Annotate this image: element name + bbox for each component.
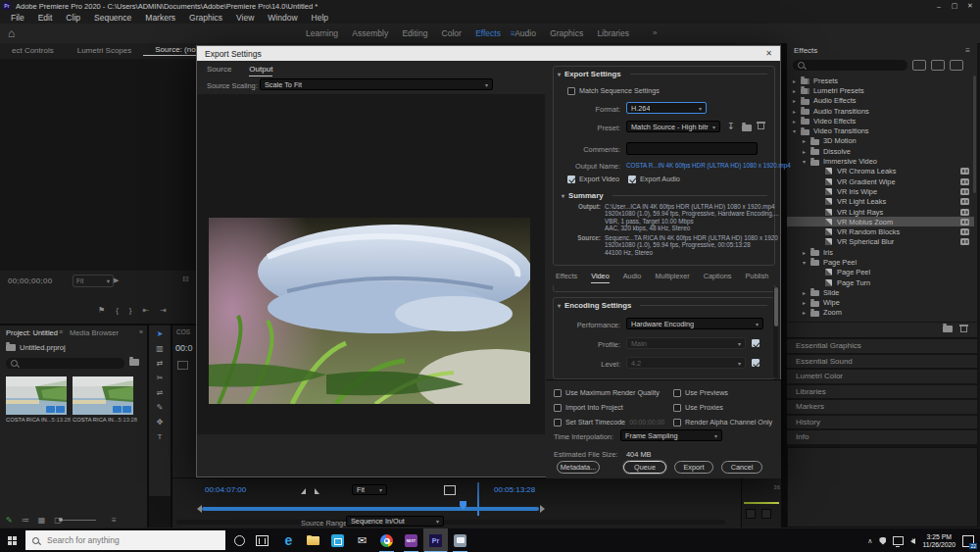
ripple-edit-tool[interactable]: ⇄ bbox=[157, 359, 164, 368]
option-checkbox[interactable]: Use Previews bbox=[673, 385, 776, 400]
export-settings-header[interactable]: ▾Export Settings bbox=[558, 70, 767, 78]
cortana-icon[interactable] bbox=[234, 535, 245, 546]
effects-tree-item[interactable]: ▸ Slide bbox=[787, 287, 974, 297]
settings-tab[interactable]: Multiplexer bbox=[655, 272, 689, 283]
twirl-arrow-icon[interactable]: ▸ bbox=[793, 108, 801, 115]
go-to-in-icon[interactable]: ⇤ bbox=[143, 306, 150, 315]
menu-item[interactable]: Clip bbox=[59, 13, 87, 23]
effects-tree-item[interactable]: ▸ Video Effects bbox=[787, 116, 974, 125]
monitor-play-icon[interactable]: ▶ bbox=[114, 276, 119, 284]
comments-input[interactable] bbox=[626, 142, 758, 155]
action-center-icon[interactable]: 22 bbox=[962, 535, 974, 547]
timeline-tab[interactable]: COS bbox=[176, 328, 196, 335]
workspace-tab[interactable]: Assembly bbox=[352, 28, 388, 38]
filter-accelerated-icon[interactable] bbox=[912, 60, 926, 71]
home-icon[interactable]: ⌂ bbox=[8, 26, 15, 40]
settings-scrollbar[interactable] bbox=[773, 287, 778, 377]
selection-tool[interactable]: ➤ bbox=[157, 329, 164, 338]
delete-preset-icon[interactable] bbox=[758, 122, 764, 129]
go-to-out-icon[interactable]: ⇥ bbox=[160, 306, 167, 315]
collapsed-panel-tab[interactable]: Essential Sound bbox=[787, 355, 977, 369]
cancel-button[interactable]: Cancel bbox=[721, 461, 762, 474]
thumbnail-zoom-slider[interactable] bbox=[59, 520, 96, 521]
effects-tree-item[interactable]: ▸ Zoom bbox=[787, 308, 974, 318]
menu-item[interactable]: Graphics bbox=[182, 13, 229, 23]
mail-icon[interactable] bbox=[350, 528, 374, 552]
twirl-arrow-icon[interactable]: ▾ bbox=[793, 127, 801, 134]
twirl-arrow-icon[interactable]: ▾ bbox=[803, 259, 810, 266]
set-in-point-icon[interactable] bbox=[301, 488, 306, 494]
option-checkbox[interactable]: Import Into Project bbox=[554, 400, 673, 415]
menu-item[interactable]: View bbox=[229, 13, 261, 23]
panel-overflow-icon[interactable]: » bbox=[139, 328, 143, 335]
effects-tree-item[interactable]: ▸ Wipe bbox=[787, 298, 974, 308]
twirl-arrow-icon[interactable]: ▸ bbox=[803, 137, 810, 144]
task-view-icon[interactable] bbox=[256, 535, 269, 546]
effects-tree-item[interactable]: VR Light Leaks bbox=[787, 197, 974, 207]
effects-search-input[interactable] bbox=[793, 60, 907, 71]
collapsed-panel-tab[interactable]: Info bbox=[787, 430, 977, 444]
minimize-button[interactable]: – bbox=[931, 0, 947, 12]
workspace-panel-menu-icon[interactable]: ≡ bbox=[511, 29, 515, 38]
sort-icon[interactable]: ≡ bbox=[112, 516, 117, 525]
level-select[interactable]: 4.2 bbox=[626, 357, 746, 369]
level-override-checkbox[interactable] bbox=[752, 359, 760, 367]
export-audio-checkbox[interactable]: Export Audio bbox=[628, 175, 680, 183]
crop-icon[interactable] bbox=[444, 485, 456, 495]
project-panel-tab[interactable]: Project: Untitled bbox=[0, 328, 64, 337]
option-checkbox[interactable]: Set Start Timecode00:00:00:00 bbox=[554, 415, 673, 429]
new-bin-icon[interactable] bbox=[129, 359, 139, 366]
next-app-icon[interactable] bbox=[399, 528, 423, 552]
workspace-tab[interactable]: Color bbox=[442, 28, 462, 38]
dialog-tab[interactable]: Source bbox=[207, 65, 231, 76]
network-icon[interactable] bbox=[893, 536, 904, 545]
taskbar-clock[interactable]: 3:25 PM 11/26/2020 bbox=[922, 533, 956, 549]
mark-out-icon[interactable]: } bbox=[129, 306, 132, 315]
effects-tree-item[interactable]: ▾ Page Peel bbox=[787, 257, 974, 267]
twirl-arrow-icon[interactable]: ▸ bbox=[793, 118, 801, 125]
hand-tool[interactable]: ✥ bbox=[157, 418, 164, 427]
delete-icon[interactable] bbox=[960, 325, 967, 332]
option-checkbox[interactable]: Use Proxies bbox=[673, 400, 776, 415]
import-preset-icon[interactable] bbox=[742, 125, 752, 131]
output-name-link[interactable]: COSTA R...IN 4K 60fps HDR (ULTRA HD) 108… bbox=[626, 162, 791, 169]
taskbar-search[interactable] bbox=[25, 530, 225, 550]
twirl-arrow-icon[interactable]: ▸ bbox=[803, 148, 810, 155]
effects-tree-item[interactable]: ▸ Lumetri Presets bbox=[787, 85, 974, 95]
effects-tree-item[interactable]: VR Spherical Blur bbox=[787, 237, 974, 247]
effects-tree-item[interactable]: VR Gradient Wipe bbox=[787, 176, 974, 186]
effects-tree-item[interactable]: Page Turn bbox=[787, 277, 974, 287]
scrubber-right-handle[interactable] bbox=[540, 505, 545, 513]
effects-tree-item[interactable]: VR Iris Wipe bbox=[787, 186, 974, 196]
edge-icon[interactable] bbox=[276, 528, 301, 552]
source-scaling-select[interactable]: Scale To Fit bbox=[260, 78, 493, 90]
profile-select[interactable]: Main bbox=[626, 337, 746, 349]
effects-scrollbar[interactable] bbox=[973, 75, 976, 193]
twirl-arrow-icon[interactable]: ▸ bbox=[803, 309, 810, 316]
workspace-tab[interactable]: Audio bbox=[514, 28, 536, 38]
COSTA RICA IN...[interactable]: COSTA RICA IN... 5:13:28 bbox=[73, 376, 133, 423]
scrubber-left-handle[interactable] bbox=[197, 505, 202, 513]
twirl-arrow-icon[interactable]: ▸ bbox=[793, 97, 801, 104]
panel-menu-icon[interactable]: ≡ bbox=[965, 46, 970, 55]
dialog-tab[interactable]: Output bbox=[249, 65, 272, 76]
match-sequence-checkbox[interactable]: Match Sequence Settings bbox=[567, 86, 660, 95]
meter-button[interactable] bbox=[761, 509, 771, 519]
export-video-checkbox[interactable]: Export Video bbox=[567, 175, 619, 183]
effects-tree-item[interactable]: ▸ Presets bbox=[787, 75, 974, 85]
preview-scrubber[interactable] bbox=[202, 507, 539, 511]
project-file-row[interactable]: Untitled.prproj bbox=[6, 343, 66, 352]
collapsed-panel-tab[interactable]: Essential Graphics bbox=[787, 339, 977, 353]
collapsed-panel-tab[interactable]: Lumetri Color bbox=[787, 370, 977, 383]
panel-divider[interactable] bbox=[781, 43, 787, 527]
list-view-icon[interactable]: ≔ bbox=[22, 516, 29, 525]
start-button-icon[interactable] bbox=[8, 536, 17, 545]
writable-indicator-icon[interactable]: ✎ bbox=[6, 516, 13, 525]
chrome-icon[interactable] bbox=[374, 528, 399, 552]
twirl-arrow-icon[interactable]: ▸ bbox=[803, 249, 810, 256]
effects-tree-item[interactable]: ▸ Dissolve bbox=[787, 146, 974, 156]
menu-item[interactable]: Edit bbox=[31, 13, 60, 23]
monitor-panel-tab[interactable]: ect Controls bbox=[0, 46, 66, 55]
profile-override-checkbox[interactable] bbox=[752, 339, 760, 347]
save-preset-icon[interactable]: ↧ bbox=[727, 122, 735, 131]
